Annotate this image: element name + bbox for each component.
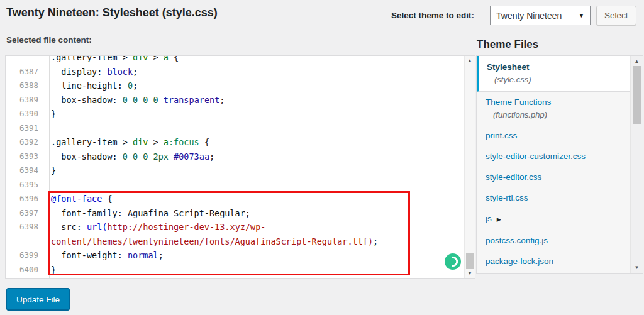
- scroll-down-icon[interactable]: ▼: [631, 265, 643, 270]
- theme-file-link[interactable]: style-editor-customizer.css: [486, 152, 586, 161]
- line-number: [6, 55, 44, 65]
- theme-file-link[interactable]: print.css: [486, 131, 517, 140]
- theme-file-item-print-css[interactable]: print.css: [477, 125, 630, 146]
- line-number: 6397: [6, 206, 44, 221]
- line-code: box-shadow: 0 0 0 0 transparent;: [44, 93, 225, 108]
- theme-file-item-stylesheet[interactable]: Stylesheet(style.css): [477, 56, 630, 92]
- theme-file-filename: (functions.php): [486, 109, 630, 120]
- line-code: }: [44, 263, 56, 277]
- line-code: [44, 121, 56, 136]
- line-code: .gallery-item > div > a:focus {: [44, 135, 209, 150]
- theme-select-dropdown[interactable]: Twenty Nineteen ▼: [490, 6, 591, 25]
- line-number: 6391: [6, 121, 44, 136]
- code-line: content/themes/twentynineteen/fonts/Agua…: [6, 235, 464, 249]
- code-line: 6392.gallery-item > div > a:focus {: [6, 135, 464, 150]
- loading-spinner-icon: [445, 253, 461, 270]
- theme-file-item-postcss-config-js[interactable]: postcss.config.js: [477, 230, 630, 251]
- code-line: 6397 font-family: Aguafina Script-Regula…: [6, 206, 464, 221]
- sidebar-scrollbar-thumb[interactable]: [633, 66, 641, 124]
- scroll-up-icon[interactable]: ▲: [465, 58, 475, 64]
- code-line: 6400}: [6, 263, 464, 277]
- code-line: 6395: [6, 178, 464, 192]
- editor-scrollbar[interactable]: ▲ ▼: [464, 56, 475, 278]
- code-line: 6398 src: url(http://hostinger-dev-13.xy…: [6, 220, 464, 235]
- editor-scrollbar-thumb[interactable]: [466, 253, 474, 269]
- line-code: line-height: 0;: [44, 79, 138, 93]
- line-number: 6387: [6, 65, 44, 79]
- select-theme-button[interactable]: Select: [596, 6, 636, 25]
- gutter-separator: [49, 56, 50, 278]
- theme-file-item-package-lock-json[interactable]: package-lock.json: [477, 251, 630, 272]
- line-code: content/themes/twentynineteen/fonts/Agua…: [44, 235, 378, 249]
- code-editor[interactable]: .gallery-item > div > a {6387 display: b…: [5, 55, 475, 279]
- theme-file-filename: (style.css): [487, 74, 630, 85]
- line-number: 6392: [6, 135, 44, 150]
- line-code: src: url(http://hostinger-dev-13.xyz/wp-: [44, 220, 265, 235]
- theme-file-item-style-editor-customizer-css[interactable]: style-editor-customizer.css: [477, 146, 630, 167]
- line-number: 6394: [6, 163, 44, 178]
- line-number: 6388: [6, 79, 44, 93]
- code-line: 6393 box-shadow: 0 0 0 2px #0073aa;: [6, 150, 464, 164]
- sidebar-scrollbar[interactable]: ▲ ▼: [630, 56, 643, 273]
- line-number: 6400: [6, 263, 44, 277]
- theme-files-heading: Theme Files: [477, 38, 538, 51]
- theme-file-item-theme-functions[interactable]: Theme Functions(functions.php): [477, 92, 630, 125]
- line-code: }: [44, 107, 56, 121]
- theme-file-link[interactable]: Stylesheet: [487, 62, 530, 72]
- theme-file-item-style-editor-css[interactable]: style-editor.css: [477, 167, 630, 187]
- page-title: Twenty Nineteen: Stylesheet (style.css): [6, 6, 218, 19]
- code-line: 6394}: [6, 163, 464, 178]
- theme-files-list: Stylesheet(style.css)Theme Functions(fun…: [477, 56, 630, 273]
- theme-file-link[interactable]: style-rtl.css: [486, 193, 528, 202]
- code-line: 6390}: [6, 107, 464, 121]
- line-number: 6398: [6, 220, 44, 235]
- theme-file-item-style-rtl-css[interactable]: style-rtl.css: [477, 187, 630, 208]
- code-line: 6399 font-weight: normal;: [6, 248, 464, 263]
- theme-file-link[interactable]: style-editor.css: [486, 172, 541, 182]
- scroll-up-icon[interactable]: ▲: [631, 58, 643, 64]
- line-code: display: block;: [44, 65, 138, 79]
- line-number: 6396: [6, 192, 44, 206]
- theme-file-link[interactable]: js: [486, 214, 492, 223]
- theme-file-link[interactable]: package-lock.json: [486, 257, 553, 266]
- theme-file-link[interactable]: postcss.config.js: [486, 236, 548, 245]
- line-number: 6389: [6, 93, 44, 108]
- select-theme-label: Select theme to edit:: [391, 11, 474, 20]
- line-code: font-weight: normal;: [44, 248, 164, 263]
- code-line: .gallery-item > div > a {: [6, 55, 464, 65]
- theme-file-item-js[interactable]: js▶: [477, 208, 630, 230]
- selected-file-content-label: Selected file content:: [6, 35, 92, 45]
- line-number: 6390: [6, 107, 44, 121]
- dropdown-arrow-icon: ▼: [579, 13, 584, 19]
- line-code: box-shadow: 0 0 0 2px #0073aa;: [44, 150, 214, 164]
- line-code: }: [44, 163, 56, 178]
- theme-file-link[interactable]: Theme Functions: [486, 97, 551, 107]
- code-lines: .gallery-item > div > a {6387 display: b…: [6, 55, 464, 277]
- code-line: 6396@font-face {: [6, 192, 464, 206]
- code-line: 6391: [6, 121, 464, 136]
- line-number: 6399: [6, 248, 44, 263]
- folder-expand-icon[interactable]: ▶: [497, 216, 501, 223]
- line-code: [44, 178, 56, 192]
- code-line: 6388 line-height: 0;: [6, 79, 464, 93]
- theme-select-value: Twenty Nineteen: [496, 11, 575, 21]
- code-line: 6389 box-shadow: 0 0 0 0 transparent;: [6, 93, 464, 108]
- update-file-button[interactable]: Update File: [6, 288, 70, 311]
- line-number: 6393: [6, 150, 44, 164]
- line-number: [6, 235, 44, 249]
- line-code: font-family: Aguafina Script-Regular;: [44, 206, 250, 221]
- line-number: 6395: [6, 178, 44, 192]
- scroll-down-icon[interactable]: ▼: [465, 270, 475, 276]
- theme-files-panel: Stylesheet(style.css)Theme Functions(fun…: [476, 55, 643, 274]
- line-code: .gallery-item > div > a {: [44, 55, 179, 65]
- line-code: @font-face {: [44, 192, 113, 206]
- code-line: 6387 display: block;: [6, 65, 464, 79]
